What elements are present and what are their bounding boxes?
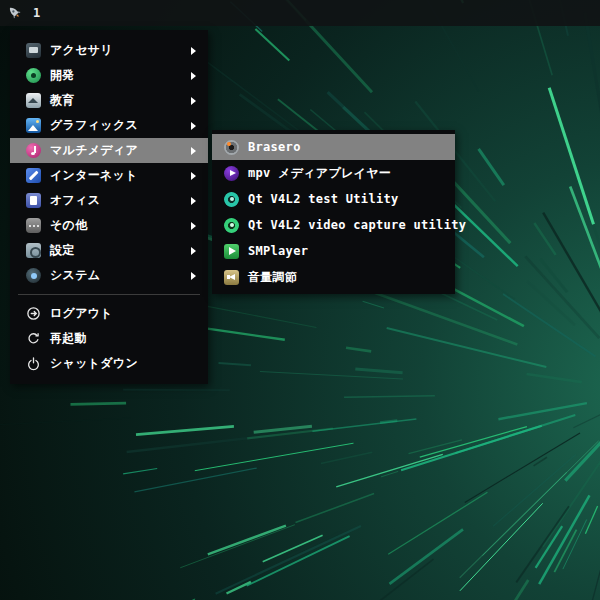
menu-item-development[interactable]: 開発: [10, 63, 208, 88]
volume-icon: [224, 270, 239, 285]
menu-item-settings[interactable]: 設定: [10, 238, 208, 263]
menu-item-label: オフィス: [50, 192, 100, 209]
submenu-item-brasero[interactable]: Brasero: [212, 134, 455, 160]
applications-menu: アクセサリ 開発 教育 グラフィックス マルチメディア インターネット オフィス…: [10, 30, 208, 384]
menu-item-other[interactable]: その他: [10, 213, 208, 238]
submenu-arrow-icon: [191, 172, 196, 180]
office-icon: [26, 193, 41, 208]
logout-icon: [26, 306, 41, 321]
menu-item-office[interactable]: オフィス: [10, 188, 208, 213]
submenu-arrow-icon: [191, 197, 196, 205]
menu-item-label: シャットダウン: [50, 355, 138, 372]
menu-item-accessories[interactable]: アクセサリ: [10, 38, 208, 63]
graphics-icon: [26, 118, 41, 133]
brasero-icon: [224, 140, 239, 155]
submenu-arrow-icon: [191, 97, 196, 105]
workspace-indicator[interactable]: 1: [33, 6, 40, 20]
submenu-arrow-icon: [191, 72, 196, 80]
menu-item-label: 教育: [50, 92, 75, 109]
system-icon: [26, 268, 41, 283]
menu-item-label: ログアウト: [50, 305, 113, 322]
multimedia-icon: [26, 143, 41, 158]
menu-item-label: システム: [50, 267, 100, 284]
submenu-item-smplayer[interactable]: SMPlayer: [212, 238, 455, 264]
submenu-arrow-icon: [191, 147, 196, 155]
submenu-item-label: Qt V4L2 video capture utility: [248, 218, 466, 232]
submenu-item-label: 音量調節: [248, 269, 297, 286]
submenu-item-label: mpv メディアプレイヤー: [248, 165, 391, 182]
smplayer-icon: [224, 244, 239, 259]
qt-v4l2-icon: [224, 192, 239, 207]
menu-item-system[interactable]: システム: [10, 263, 208, 288]
menu-item-label: マルチメディア: [50, 142, 138, 159]
submenu-arrow-icon: [191, 272, 196, 280]
development-icon: [26, 68, 41, 83]
launcher-rocket-icon[interactable]: [6, 4, 24, 22]
menu-item-label: 設定: [50, 242, 75, 259]
menu-item-restart[interactable]: 再起動: [10, 326, 208, 351]
other-icon: [26, 218, 41, 233]
submenu-arrow-icon: [191, 247, 196, 255]
menu-item-label: その他: [50, 217, 87, 234]
submenu-item-mpv[interactable]: mpv メディアプレイヤー: [212, 160, 455, 186]
menu-item-label: アクセサリ: [50, 42, 113, 59]
menu-item-internet[interactable]: インターネット: [10, 163, 208, 188]
menu-item-label: 再起動: [50, 330, 87, 347]
submenu-item-label: SMPlayer: [248, 244, 308, 258]
submenu-item-qt-v4l2-capture[interactable]: Qt V4L2 video capture utility: [212, 212, 455, 238]
submenu-item-volume[interactable]: 音量調節: [212, 264, 455, 290]
submenu-item-qt-v4l2-test[interactable]: Qt V4L2 test Utility: [212, 186, 455, 212]
menu-item-multimedia[interactable]: マルチメディア: [10, 138, 208, 163]
menu-item-label: グラフィックス: [50, 117, 138, 134]
education-icon: [26, 93, 41, 108]
menu-item-label: 開発: [50, 67, 75, 84]
submenu-arrow-icon: [191, 47, 196, 55]
menu-separator: [18, 294, 200, 295]
taskbar: 1: [0, 0, 600, 26]
submenu-arrow-icon: [191, 122, 196, 130]
submenu-arrow-icon: [191, 222, 196, 230]
submenu-item-label: Qt V4L2 test Utility: [248, 192, 399, 206]
menu-item-label: インターネット: [50, 167, 138, 184]
menu-item-shutdown[interactable]: シャットダウン: [10, 351, 208, 376]
accessories-icon: [26, 43, 41, 58]
submenu-item-label: Brasero: [248, 140, 301, 154]
internet-icon: [26, 168, 41, 183]
mpv-icon: [224, 166, 239, 181]
qt-v4l2-capture-icon: [224, 218, 239, 233]
restart-icon: [26, 331, 41, 346]
menu-item-education[interactable]: 教育: [10, 88, 208, 113]
settings-icon: [26, 243, 41, 258]
menu-item-graphics[interactable]: グラフィックス: [10, 113, 208, 138]
menu-item-logout[interactable]: ログアウト: [10, 301, 208, 326]
shutdown-icon: [26, 356, 41, 371]
multimedia-submenu: Brasero mpv メディアプレイヤー Qt V4L2 test Utili…: [212, 130, 455, 294]
